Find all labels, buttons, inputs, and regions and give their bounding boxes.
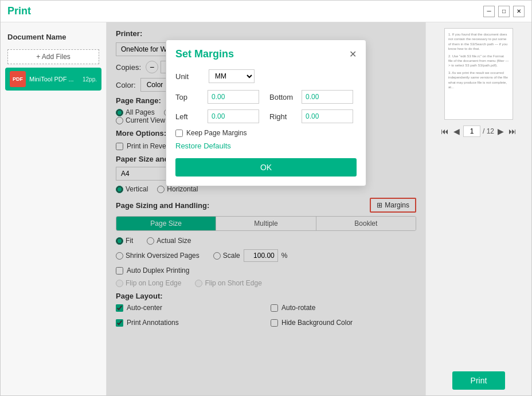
maximize-button[interactable]: □ <box>498 6 510 17</box>
file-icon: PDF <box>10 71 26 87</box>
file-pages: 12pp. <box>83 76 97 83</box>
add-files-button[interactable]: + Add Files <box>7 49 99 64</box>
print-panel: Printer: Copies: − + Color: Color <box>107 22 425 395</box>
preview-panel: 1. If you found that the document does n… <box>425 22 531 395</box>
right-input[interactable] <box>302 109 353 123</box>
left-field: Left <box>175 109 263 123</box>
sidebar-file-item[interactable]: PDF MiniTool PDF ... 12pp. <box>5 68 101 91</box>
main-content: Document Name + Add Files PDF MiniTool P… <box>1 22 531 395</box>
bottom-label: Bottom <box>269 93 298 101</box>
set-margins-modal: Set Margins ✕ Unit MM <box>166 40 366 186</box>
left-label: Left <box>175 112 204 121</box>
unit-select[interactable]: MM <box>209 69 255 83</box>
preview-page: 1. If you found that the document does n… <box>444 28 513 120</box>
minimize-button[interactable]: ─ <box>483 6 495 17</box>
top-input[interactable] <box>208 90 259 104</box>
bottom-field: Bottom <box>269 90 357 104</box>
title-bar-left: Print <box>7 5 31 17</box>
modal-overlay: Set Margins ✕ Unit MM <box>107 22 425 395</box>
preview-page-input[interactable] <box>463 126 480 137</box>
restore-defaults-link[interactable]: Restore Defaults <box>175 142 231 150</box>
keep-margins-row[interactable]: Keep Page Margins <box>175 129 357 137</box>
window-close-button[interactable]: ✕ <box>513 6 525 17</box>
keep-margins-label: Keep Page Margins <box>186 129 247 137</box>
modal-title: Set Margins <box>175 48 234 60</box>
right-field: Right <box>269 109 357 123</box>
main-window: Print ─ □ ✕ Document Name + Add Files PD… <box>0 0 532 396</box>
preview-last-button[interactable]: ⏭ <box>507 127 518 136</box>
top-label: Top <box>175 93 204 101</box>
file-name: MiniTool PDF ... <box>29 76 79 83</box>
top-field: Top <box>175 90 263 104</box>
title-bar: Print ─ □ ✕ <box>1 1 531 22</box>
preview-total: / 12 <box>483 127 494 135</box>
unit-row: Unit MM <box>175 69 357 83</box>
right-label: Right <box>269 112 298 121</box>
preview-nav: ⏮ ◀ / 12 ▶ ⏭ <box>440 126 518 137</box>
left-input[interactable] <box>208 109 259 123</box>
keep-margins-checkbox[interactable] <box>175 130 183 137</box>
modal-close-button[interactable]: ✕ <box>349 49 357 60</box>
top-bottom-row: Top Bottom <box>175 90 357 104</box>
window-title: Print <box>7 5 31 17</box>
modal-body: Unit MM Top Bottom <box>166 65 366 186</box>
bottom-input[interactable] <box>302 90 353 104</box>
title-controls: ─ □ ✕ <box>483 6 525 17</box>
unit-label: Unit <box>175 72 204 81</box>
modal-header: Set Margins ✕ <box>166 40 366 65</box>
preview-first-button[interactable]: ⏮ <box>440 127 450 136</box>
ok-button[interactable]: OK <box>175 158 357 177</box>
left-right-row: Left Right <box>175 109 357 123</box>
preview-prev-button[interactable]: ◀ <box>452 127 461 136</box>
sidebar: Document Name + Add Files PDF MiniTool P… <box>1 22 107 395</box>
preview-next-button[interactable]: ▶ <box>496 127 505 136</box>
print-button[interactable]: Print <box>452 371 506 390</box>
document-name-label: Document Name <box>1 28 106 46</box>
